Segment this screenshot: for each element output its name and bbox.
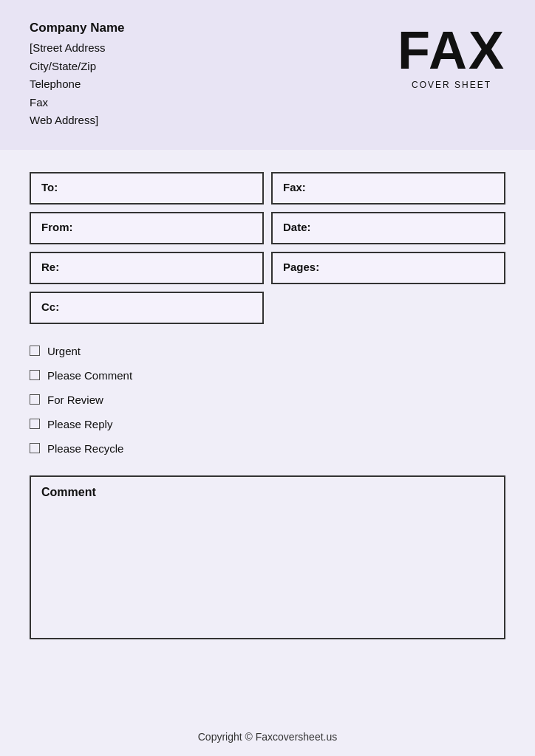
cover-sheet-label: COVER SHEET [412,80,491,90]
fax-title: FAX [398,24,505,77]
pages-label: Pages: [283,261,319,273]
comment-section: Comment [30,475,505,639]
address-line1: [Street Address [30,40,124,57]
checkbox-please-comment[interactable]: Please Comment [30,369,505,382]
checkbox-please-reply-label: Please Reply [47,418,112,430]
checkbox-please-recycle-label: Please Recycle [47,442,123,455]
pages-field[interactable]: Pages: [271,252,505,284]
re-pages-row: Re: Pages: [30,252,505,284]
checkbox-please-reply[interactable]: Please Reply [30,418,505,430]
checkbox-urgent[interactable]: Urgent [30,345,505,357]
comment-body[interactable] [31,505,504,638]
checkbox-for-review[interactable]: For Review [30,394,505,406]
checkbox-for-review-label: For Review [47,394,103,406]
to-fax-row: To: Fax: [30,172,505,205]
cc-field[interactable]: Cc: [30,292,264,324]
re-field[interactable]: Re: [30,252,264,284]
checkbox-urgent-label: Urgent [47,345,81,357]
re-label: Re: [41,261,59,273]
to-field[interactable]: To: [30,172,264,205]
checkbox-urgent-box[interactable] [30,346,40,356]
date-field[interactable]: Date: [271,212,505,244]
address-line3: Telephone [30,76,124,93]
from-label: From: [41,221,73,233]
fax-field[interactable]: Fax: [271,172,505,205]
date-label: Date: [283,221,311,233]
footer-text: Copyright © Faxcoversheet.us [198,731,338,743]
fax-label: Fax: [283,181,306,193]
header-section: Company Name [Street Address City/State/… [0,0,535,150]
company-info: Company Name [Street Address City/State/… [30,21,124,129]
company-name: Company Name [30,21,124,35]
address-line4: Fax [30,94,124,111]
checkbox-please-recycle[interactable]: Please Recycle [30,442,505,455]
address-line5: Web Address] [30,112,124,129]
checkbox-please-recycle-box[interactable] [30,443,40,453]
address-line2: City/State/Zip [30,58,124,75]
from-date-row: From: Date: [30,212,505,244]
cc-row-container: Cc: [30,292,505,324]
cc-label: Cc: [41,300,59,313]
main-content: To: Fax: From: Date: Re: Pages: Cc: Urge… [0,150,535,718]
checkbox-please-comment-box[interactable] [30,370,40,380]
checkbox-for-review-box[interactable] [30,394,40,405]
checkboxes-section: Urgent Please Comment For Review Please … [30,345,505,455]
footer: Copyright © Faxcoversheet.us [0,718,535,756]
checkbox-please-reply-box[interactable] [30,419,40,429]
from-field[interactable]: From: [30,212,264,244]
fax-branding: FAX COVER SHEET [398,24,505,90]
comment-header: Comment [31,477,504,505]
to-label: To: [41,181,58,193]
checkbox-please-comment-label: Please Comment [47,369,132,382]
comment-box[interactable]: Comment [30,475,505,639]
